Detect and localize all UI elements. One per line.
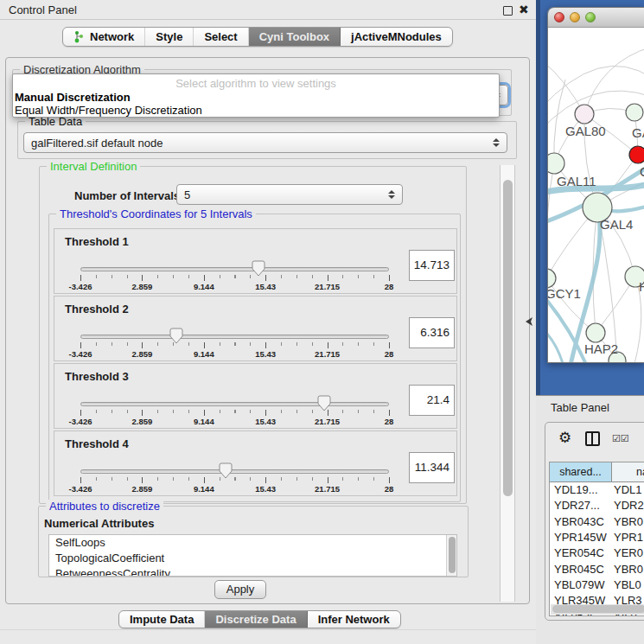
threshold-3-label: Threshold 3 [65,370,129,383]
gear-icon[interactable]: ⚙ [558,429,571,446]
list-item[interactable]: BetweennessCentrality [49,566,456,577]
cell: YBR045C [554,562,604,577]
table-row[interactable]: YER054CYER0 [550,545,644,561]
node-top-right[interactable] [626,104,643,121]
attributes-group: Attributes to discretize Numerical Attri… [38,506,469,577]
algorithm-dropdown-popup: Select algorithm to view settings Manual… [12,73,500,118]
network-canvas[interactable]: GAL80 GA C GAL11 GAL4 GCY1 H HAP2 [548,28,644,363]
tab-cyni-toolbox[interactable]: Cyni Toolbox [249,28,341,46]
node-gcy1[interactable] [548,269,556,288]
slider-tick-labels: -3.426 2.859 9.144 15.43 21.715 28 [80,484,389,494]
select-columns-checkboxes-icon[interactable]: ☑☑ [612,433,629,444]
table-panel-title: Table Panel [551,401,609,414]
tick-label: 15.43 [255,417,276,426]
slider-major-ticks [80,275,390,281]
threshold-2-slider-track[interactable] [80,335,389,339]
table-row[interactable]: YBR045CYBR0 [550,562,644,577]
threshold-4-value-field[interactable]: 11.344 [409,452,455,483]
list-item[interactable]: SelfLoops [49,535,456,551]
tick-label: 9.144 [194,417,214,426]
network-icon [73,30,85,43]
threshold-2-value-field[interactable]: 6.316 [409,317,455,348]
threshold-3-slider-handle[interactable] [317,395,331,411]
cell: YER054C [554,545,604,561]
cell: YBR0 [614,514,643,530]
tick-label: 15.43 [255,282,276,291]
node-label-hap2: HAP2 [584,341,618,356]
threshold-4-label: Threshold 4 [65,437,129,450]
node-table[interactable]: shared... na YDL19...YDL1 YDR27...YDR2 Y… [549,462,644,616]
list-item[interactable]: TopologicalCoefficient [49,551,456,566]
node-label-gal80: GAL80 [565,124,606,138]
cell: YDR2 [614,498,644,513]
threshold-4-slider-handle[interactable] [219,462,233,479]
screen: Control Panel ✖ Network Style Select Cyn… [0,0,644,644]
threshold-4-slider-track[interactable] [80,469,389,474]
popup-option-equal-width-frequency[interactable]: Equal Width/Frequency Discretization [15,104,202,117]
tab-discretize-data[interactable]: Discretize Data [205,611,307,628]
tab-jactivemnodules[interactable]: jActiveMNodules [341,28,452,46]
scrollbar-thumb[interactable] [503,180,513,496]
threshold-3-slider-track[interactable] [80,402,389,406]
close-icon[interactable]: ✖ [519,3,529,16]
table-data-combobox[interactable]: galFiltered.sif default node [23,132,507,153]
scrollbar-thumb[interactable] [552,605,644,613]
network-window-titlebar[interactable] [548,8,644,28]
minimize-traffic-light-icon[interactable] [570,12,580,22]
tick-label: 28 [385,417,394,426]
apply-button[interactable]: Apply [214,580,266,599]
threshold-2-slider-handle[interactable] [169,328,183,344]
tab-style[interactable]: Style [145,28,194,46]
node-gal80[interactable] [575,105,594,124]
threshold-1-slider-handle[interactable] [252,260,265,277]
control-panel-titlebar: Control Panel ✖ [0,0,536,20]
tab-infer-network[interactable]: Infer Network [308,611,400,628]
node-label-c-partial: C [640,164,644,179]
number-of-intervals-combobox[interactable]: 5 [176,184,403,205]
divider [0,629,536,630]
table-row[interactable]: YDL19...YDL1 [550,482,644,498]
interval-definition-group: Interval Definition Number of Intervals … [39,166,467,504]
table-row[interactable]: YBL079WYBL0 [550,577,644,593]
popup-option-manual-discretization[interactable]: Manual Discretization [15,91,131,104]
threshold-1-value-field[interactable]: 14.713 [409,250,455,281]
tick-label: 15.43 [255,349,276,359]
tab-jactivemnodules-label: jActiveMNodules [351,30,442,43]
tab-select-label: Select [204,30,237,43]
numerical-attributes-list[interactable]: SelfLoops TopologicalCoefficient Between… [48,534,457,577]
cell: YBL0 [614,577,641,593]
table-horizontal-scrollbar[interactable] [551,604,644,615]
tick-label: 28 [385,484,394,494]
node-gal11[interactable] [548,153,564,174]
tab-cyni-toolbox-label: Cyni Toolbox [259,30,329,43]
top-tab-strip: Network Style Select Cyni Toolbox jActiv… [62,27,453,47]
table-data-combobox-value: galFiltered.sif default node [31,137,163,150]
node-hap2[interactable] [586,323,605,342]
tab-impute-data[interactable]: Impute Data [119,611,205,628]
column-header-name[interactable]: na [612,462,644,482]
combo-stepper-icon [493,138,500,147]
list-scrollbar[interactable] [446,535,456,576]
tick-label: -3.426 [69,282,92,291]
threshold-1-label: Threshold 1 [65,235,129,248]
slider-major-ticks [80,342,390,348]
tick-label: 9.144 [194,282,214,291]
tab-network-label: Network [90,30,134,43]
threshold-3-value-field[interactable]: 21.4 [409,385,455,416]
float-window-icon[interactable] [503,6,513,16]
table-row[interactable]: YDR27...YDR2 [550,498,644,513]
column-header-shared-name[interactable]: shared... [550,462,612,482]
tick-label: 21.715 [315,417,340,426]
table-row[interactable]: YBR043CYBR0 [550,514,644,530]
close-traffic-light-icon[interactable] [554,12,564,22]
tab-select[interactable]: Select [194,28,248,46]
panel-vertical-scrollbar[interactable] [500,165,515,602]
threshold-1-slider-track[interactable] [80,267,389,271]
zoom-traffic-light-icon[interactable] [585,12,596,22]
tick-label: 15.43 [255,484,276,494]
tab-network[interactable]: Network [63,28,145,46]
table-row[interactable]: YPR145WYPR1 [550,530,644,545]
node-selected-red[interactable] [629,146,644,163]
cell: YER0 [614,545,643,561]
columns-icon[interactable] [585,431,600,446]
